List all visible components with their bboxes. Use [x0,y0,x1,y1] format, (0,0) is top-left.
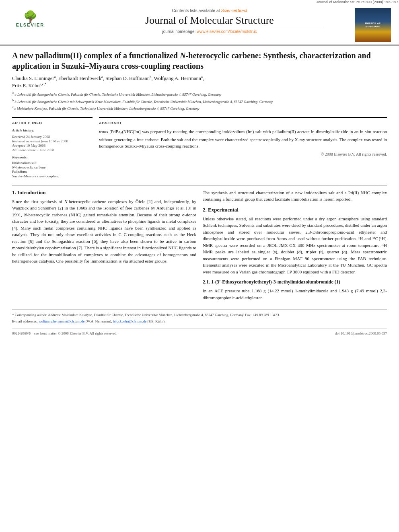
section1-title: 1. Introduction [12,189,196,196]
journal-title-area: Contents lists available at ScienceDirec… [64,8,355,34]
abstract-text: trans-[PdBr2(NHC)Im] was prepared by rea… [99,128,387,150]
section2-body: Unless otherwise stated, all reactions w… [203,216,387,275]
section1-body: Since the first synthesis of N-heterocyc… [12,198,196,265]
elsevier-tree-icon: 🌳 [23,11,37,23]
history-revised: Received in revised form 18 May 2008 [12,139,93,143]
email-name-2: (F.E. Kühn). [147,319,165,323]
article-info-col: ARTICLE INFO Article history: Received 2… [12,117,93,179]
email-label: E-mail addresses: [12,319,39,323]
keywords-label: Keywords: [12,155,93,159]
section21-title: 2.1. 1-(3′-Ethoxycarbonylethenyl)-3-meth… [203,279,387,285]
keyword-3: Palladium [12,170,93,174]
keyword-2: N-heterocyclic carbene [12,165,93,169]
sciencedirect-link[interactable]: ScienceDirect [221,8,247,13]
cover-title-line2: STRUCTURE [366,25,380,28]
affil-c: c c Molekulare Katalyse, Fakultät für Ch… [12,105,387,111]
copyright-bottom: 0022-2860/$ – see front matter © 2008 El… [12,331,117,335]
page: Journal of Molecular Structure 890 (2008… [0,0,399,532]
elsevier-label: ELSEVIER [16,23,44,27]
journal-cover: MOLECULAR STRUCTURE [355,8,391,42]
authors-line: Claudia S. Linningera, Eberhardt Herdtwe… [12,75,387,89]
elsevier-logo: 🌳 ELSEVIER [8,8,52,30]
elsevier-logo-area: 🌳 ELSEVIER [8,8,64,30]
section2-title: 2. Experimental [203,207,387,213]
keyword-1: Imidazolium salt [12,161,93,165]
article-title: A new palladium(II) complex of a functio… [12,50,387,71]
cover-image: MOLECULAR STRUCTURE [355,8,391,42]
abstract-copyright: © 2008 Elsevier B.V. All rights reserved… [99,152,387,156]
abstract-col: ABSTRACT trans-[PdBr2(NHC)Im] was prepar… [99,117,387,179]
header-divider [97,28,323,28]
history-accepted: Accepted 19 May 2008 [12,144,93,148]
article-body: 1. Introduction Since the first synthesi… [12,189,387,304]
history-available: Available online 3 June 2008 [12,148,93,152]
journal-ref: Journal of Molecular Structure 890 (2008… [0,0,399,4]
article-info-abstract: ARTICLE INFO Article history: Received 2… [12,117,387,179]
email-name-1: (W.A. Herrmann), [86,319,112,323]
body-left-col: 1. Introduction Since the first synthesi… [12,189,196,304]
homepage-prefix: journal homepage: [162,29,197,34]
article-info-header: ARTICLE INFO [12,121,93,125]
section21-body: In an ACE pressure tube 1.168 g (14.22 m… [203,288,387,301]
email-link-2[interactable]: fritz.kuelm@ch.tum.de [113,319,147,323]
journal-title: Journal of Molecular Structure [68,14,351,27]
email-link-1[interactable]: wolfgang.herrmann@ch.tum.de [39,319,85,323]
footnote-star-text: * Corresponding author. Address: Molekul… [12,312,387,318]
sciencedirect-line: Contents lists available at ScienceDirec… [68,8,351,13]
sciencedirect-prefix: Contents lists available at [172,8,221,13]
attached-word: attached [129,259,144,263]
doi-text: doi:10.1016/j.molstruc.2008.05.037 [335,331,387,335]
section1-right-text: The synthesis and structural characteriz… [203,189,387,203]
body-right-col: The synthesis and structural characteriz… [203,189,387,304]
bottom-bar: 0022-2860/$ – see front matter © 2008 El… [12,329,387,335]
title-italic-n: N [180,51,185,60]
footnote-email-line: E-mail addresses: wolfgang.herrmann@ch.t… [12,319,387,324]
affil-b: b b Lehrstuhl für Anorganische Chemie mi… [12,98,387,105]
affil-a: a a Lehrstuhl für Anorganische Chemie, F… [12,91,387,97]
article-history-label: Article history: [12,128,93,132]
journal-header: 🌳 ELSEVIER Contents lists available at S… [0,5,399,45]
content-area: A new palladium(II) complex of a functio… [0,45,399,343]
affiliations: a a Lehrstuhl für Anorganische Chemie, F… [12,91,387,111]
main-divider [12,185,387,185]
journal-homepage: journal homepage: www.elsevier.com/locat… [68,29,351,34]
keyword-4: Suzuki–Miyaura cross-coupling [12,174,93,178]
footnote-area: * Corresponding author. Address: Molekul… [12,310,387,324]
abstract-header: ABSTRACT [99,121,387,125]
homepage-link[interactable]: www.elsevier.com/locate/molstruc [197,29,257,34]
cover-title-line1: MOLECULAR [365,22,380,25]
history-received: Received 24 January 2008 [12,135,93,139]
